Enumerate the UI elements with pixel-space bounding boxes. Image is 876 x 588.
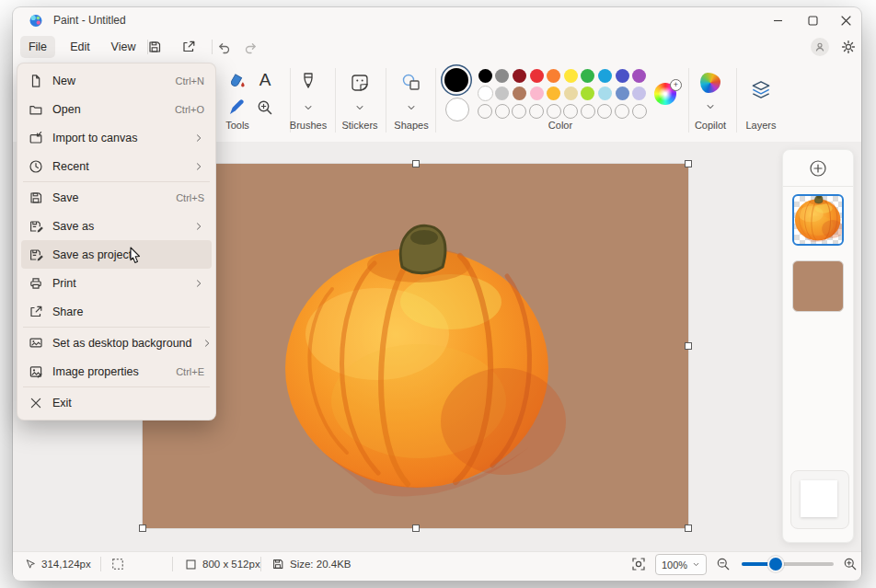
zoom-out-button[interactable]	[716, 552, 731, 576]
menu-item-shortcut	[202, 338, 213, 349]
magnifier-tool-button[interactable]	[256, 98, 274, 117]
add-layer-button[interactable]	[808, 158, 828, 179]
color-swatch-empty[interactable]	[495, 104, 510, 119]
toolbar-separator	[386, 68, 386, 133]
color-swatch[interactable]	[530, 86, 544, 100]
menu-item-import-to-canvas[interactable]: Import to canvas	[21, 123, 212, 152]
file-menu-items: New Ctrl+N Open Ctrl+O Import to canvas …	[17, 66, 215, 417]
paint-canvas[interactable]	[143, 164, 688, 528]
color-swatch[interactable]	[547, 69, 560, 83]
chevron-down-icon[interactable]	[406, 102, 417, 113]
stickers-button[interactable]	[349, 72, 371, 94]
color-swatch-empty[interactable]	[512, 104, 526, 119]
text-tool-button[interactable]: A	[259, 70, 271, 90]
chevron-down-icon[interactable]	[705, 101, 716, 112]
maximize-button[interactable]	[795, 7, 830, 33]
menu-item-exit[interactable]: Exit	[21, 388, 212, 417]
zoom-level-dropdown[interactable]: 100%	[655, 554, 707, 575]
layer-thumbnail-background[interactable]	[792, 260, 844, 312]
chevron-right-icon	[193, 133, 204, 144]
menu-item-set-as-desktop-background[interactable]: Set as desktop background	[21, 329, 212, 357]
color-swatch[interactable]	[513, 69, 526, 83]
canvas-resize-handle[interactable]	[139, 525, 146, 532]
layers-panel	[782, 149, 854, 543]
menu-item-open[interactable]: Open Ctrl+O	[21, 95, 212, 123]
color-swatch[interactable]	[478, 86, 493, 101]
color-swatch[interactable]	[598, 69, 612, 83]
color-swatch[interactable]	[495, 86, 509, 100]
layers-button[interactable]	[749, 78, 773, 102]
cursor-position-icon	[24, 559, 36, 571]
fit-to-screen-button[interactable]	[631, 552, 646, 576]
color-swatch[interactable]	[513, 86, 526, 100]
canvas-resize-handle[interactable]	[685, 342, 692, 350]
eyedropper-tool-button[interactable]	[227, 98, 246, 117]
undo-button[interactable]	[212, 36, 236, 58]
menu-item-new[interactable]: New Ctrl+N	[21, 66, 212, 95]
zoom-slider[interactable]	[742, 562, 834, 566]
color-swatch-empty[interactable]	[581, 104, 595, 119]
canvas-resize-handle[interactable]	[685, 160, 692, 167]
settings-button[interactable]	[836, 36, 860, 58]
file-menu: New Ctrl+N Open Ctrl+O Import to canvas …	[17, 63, 216, 421]
paint-window: Paint - Untitled File Edit View	[13, 7, 861, 580]
canvas-resize-handle[interactable]	[685, 525, 692, 532]
save-button[interactable]	[143, 36, 167, 58]
menu-item-print[interactable]: Print	[21, 269, 212, 297]
menu-file[interactable]: File	[20, 36, 55, 58]
minimize-icon	[773, 16, 783, 26]
color-swatch-empty[interactable]	[632, 104, 647, 119]
color-swatch[interactable]	[632, 69, 646, 83]
zoom-slider-thumb[interactable]	[767, 556, 784, 572]
color-swatch[interactable]	[598, 86, 612, 100]
primary-color-swatch[interactable]	[444, 68, 468, 92]
menu-item-share[interactable]: Share	[21, 297, 212, 326]
menu-item-label: Set as desktop background	[52, 337, 192, 350]
menu-item-image-properties[interactable]: Image properties Ctrl+E	[21, 357, 212, 386]
color-swatch[interactable]	[581, 86, 594, 100]
toolbar-separator	[736, 68, 737, 133]
color-swatch-empty[interactable]	[547, 104, 561, 119]
color-swatch-empty[interactable]	[478, 104, 492, 119]
share-button[interactable]	[177, 36, 201, 58]
color-swatch[interactable]	[564, 69, 578, 83]
color-swatch[interactable]	[564, 86, 578, 100]
menu-view[interactable]: View	[105, 36, 142, 58]
color-swatch-empty[interactable]	[529, 104, 544, 119]
color-swatch[interactable]	[616, 86, 629, 100]
color-swatch[interactable]	[478, 69, 492, 83]
zoom-in-button[interactable]	[843, 552, 858, 576]
menu-item-save-as-project[interactable]: Save as project	[21, 240, 212, 269]
canvas-background-slot[interactable]	[790, 470, 849, 529]
edit-color-plus-icon[interactable]: +	[670, 79, 682, 91]
canvas-resize-handle[interactable]	[412, 160, 420, 167]
menu-item-save[interactable]: Save Ctrl+S	[21, 183, 212, 212]
minimize-button[interactable]	[760, 7, 795, 33]
redo-button[interactable]	[239, 36, 263, 58]
color-swatch[interactable]	[530, 69, 544, 83]
color-swatch[interactable]	[581, 69, 594, 83]
color-swatch[interactable]	[632, 86, 646, 100]
menu-item-save-as[interactable]: Save as	[21, 212, 212, 240]
canvas-resize-handle[interactable]	[412, 525, 420, 532]
close-button[interactable]	[830, 7, 861, 33]
brushes-button[interactable]	[298, 72, 318, 94]
chevron-down-icon[interactable]	[354, 102, 365, 113]
color-swatch-empty[interactable]	[597, 104, 612, 119]
color-swatch-empty[interactable]	[615, 104, 629, 119]
color-swatch[interactable]	[547, 86, 560, 100]
color-swatch[interactable]	[495, 69, 509, 83]
color-swatch-empty[interactable]	[563, 104, 578, 119]
fill-tool-button[interactable]	[226, 70, 247, 90]
color-swatch[interactable]	[616, 69, 629, 83]
menu-item-label: Import to canvas	[52, 132, 184, 144]
layer-thumbnail-selected[interactable]	[792, 194, 844, 246]
copilot-button[interactable]	[700, 73, 720, 93]
account-button[interactable]	[811, 38, 829, 56]
shapes-button[interactable]	[399, 72, 423, 94]
chevron-down-icon[interactable]	[303, 102, 314, 113]
menu-item-recent[interactable]: Recent	[21, 152, 212, 180]
menu-edit[interactable]: Edit	[63, 36, 98, 58]
menu-item-shortcut: Ctrl+N	[176, 75, 204, 86]
secondary-color-swatch[interactable]	[445, 98, 469, 121]
